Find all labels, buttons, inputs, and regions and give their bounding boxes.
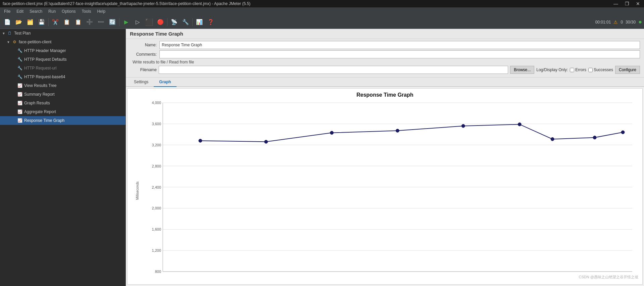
menu-help[interactable]: Help: [94, 8, 108, 14]
maximize-button[interactable]: ❐: [624, 1, 631, 6]
tab-settings[interactable]: Settings: [129, 78, 154, 87]
sidebar-item-http-base64[interactable]: 🔧 HTTP Request-base64: [0, 73, 126, 81]
comments-label: Comments:: [130, 52, 157, 57]
sidebar-item-http-header[interactable]: 🔧 HTTP Header Manager: [0, 46, 126, 55]
sidebar-label-graph-results: Graph Results: [24, 101, 123, 105]
watermark: CSDN @愚味之山绝望之谷开悟之坡: [579, 275, 638, 280]
svg-point-28: [621, 131, 625, 134]
svg-text:2,800: 2,800: [152, 164, 161, 168]
sidebar-label-aggregate: Aggregate Report: [24, 109, 123, 114]
errors-label: Errors: [575, 67, 586, 72]
listener-icon-3: 📈: [17, 100, 23, 106]
graph-svg: 4,0003,6003,2002,8002,4002,0001,6001,200…: [144, 99, 639, 282]
close-button[interactable]: ✕: [635, 1, 641, 6]
successes-checkbox[interactable]: [588, 68, 593, 72]
stop-button[interactable]: ⬛: [144, 17, 154, 28]
start-button[interactable]: ▶: [121, 17, 132, 28]
errors-checkbox[interactable]: [570, 68, 574, 72]
svg-point-26: [551, 137, 554, 141]
sidebar-label-http-defaults: HTTP Request Defaults: [24, 57, 123, 62]
svg-text:1,600: 1,600: [152, 227, 161, 231]
open-button[interactable]: 📂: [13, 17, 24, 28]
sidebar-item-summary-report[interactable]: 📈 Summary Report: [0, 90, 126, 99]
y-axis-label: Milliseconds: [136, 181, 139, 199]
graph-title: Response Time Graph: [128, 89, 642, 99]
sidebar-item-view-results-tree[interactable]: 📈 View Results Tree: [0, 81, 126, 90]
svg-point-20: [199, 139, 202, 142]
sidebar-label-view-results: View Results Tree: [24, 83, 123, 88]
sidebar-item-response-time-graph[interactable]: 📈 Response Time Graph: [0, 116, 126, 125]
sidebar-item-http-url[interactable]: 🔧 HTTP Request-url: [0, 64, 126, 73]
filename-input[interactable]: [159, 66, 508, 74]
sidebar-item-http-defaults[interactable]: 🔧 HTTP Request Defaults: [0, 55, 126, 64]
svg-point-21: [264, 140, 268, 143]
listener-icon-2: 📈: [17, 91, 23, 97]
comments-input[interactable]: [159, 50, 640, 58]
toolbar-status: 00:01:01 ⚠ 0 30/30 ●: [595, 18, 642, 26]
menu-tools[interactable]: Tools: [79, 8, 94, 14]
title-bar: face-petition-client.jmx (E:\quadtalent\…: [0, 0, 644, 7]
remote-start-button[interactable]: 📡: [169, 17, 180, 28]
main-layout: ▼ 🗒 Test Plan ▼ ⚙ face-petition-client 🔧…: [0, 29, 644, 286]
svg-text:2,400: 2,400: [152, 185, 161, 189]
cut-button[interactable]: ✂️: [50, 17, 61, 28]
svg-point-24: [461, 124, 465, 128]
menu-file[interactable]: File: [1, 8, 13, 14]
tabs-bar: Settings Graph: [126, 78, 644, 87]
arrow-face-petition: ▼: [7, 40, 11, 44]
minimize-button[interactable]: —: [612, 1, 620, 6]
recent-button[interactable]: 🗂️: [25, 17, 36, 28]
separator-4: [192, 18, 193, 26]
arrow-test-plan: ▼: [2, 32, 7, 35]
wrench-icon-2: 🔧: [17, 56, 23, 62]
svg-point-27: [593, 136, 596, 139]
separator-3: [167, 18, 167, 26]
comments-row: Comments:: [130, 50, 640, 58]
new-button[interactable]: 📄: [2, 17, 13, 28]
sidebar-item-test-plan[interactable]: ▼ 🗒 Test Plan: [0, 29, 126, 38]
sidebar-item-graph-results[interactable]: 📈 Graph Results: [0, 99, 126, 107]
status-indicator: ●: [638, 18, 642, 26]
config-icon: ⚙: [11, 39, 17, 45]
wrench-icon-3: 🔧: [17, 74, 23, 80]
graph-container: Response Time Graph Milliseconds 4,0003,…: [127, 88, 643, 285]
panel-title: Response Time Graph: [130, 31, 183, 37]
save-button[interactable]: 💾: [36, 17, 47, 28]
configure-button[interactable]: Configure: [615, 66, 640, 74]
svg-text:3,200: 3,200: [152, 143, 161, 147]
menu-bar: File Edit Search Run Options Tools Help: [0, 7, 644, 15]
reset-button[interactable]: 🔄: [107, 17, 118, 28]
expand-button[interactable]: ➕: [84, 17, 95, 28]
successes-checkbox-label[interactable]: Successes: [588, 67, 613, 72]
remote-stop-button[interactable]: 🔧: [180, 17, 191, 28]
collapse-button[interactable]: ➖: [96, 17, 106, 28]
toolbar: 📄 📂 🗂️ 💾 ✂️ 📋 📋 ➕ ➖ 🔄 ▶ ▷ ⬛ 🔴 📡 🔧 📊 ❓ 00…: [0, 15, 644, 29]
copy-button[interactable]: 📋: [61, 17, 72, 28]
shutdown-button[interactable]: 🔴: [155, 17, 166, 28]
menu-run[interactable]: Run: [46, 8, 58, 14]
name-label: Name:: [130, 43, 157, 47]
paste-button[interactable]: 📋: [73, 17, 84, 28]
menu-search[interactable]: Search: [27, 8, 45, 14]
help-button[interactable]: ❓: [205, 17, 216, 28]
sidebar-label-http-header: HTTP Header Manager: [24, 48, 123, 53]
svg-point-25: [518, 123, 521, 126]
menu-options[interactable]: Options: [59, 8, 78, 14]
sidebar-label-face-petition: face-petition-client: [19, 40, 123, 44]
templates-button[interactable]: 📊: [194, 17, 205, 28]
wrench-icon-1: 🔧: [17, 48, 23, 54]
warning-icon: ⚠: [613, 19, 618, 25]
name-input[interactable]: [159, 41, 640, 49]
browse-button[interactable]: Browse...: [510, 66, 534, 74]
start-no-pause-button[interactable]: ▷: [132, 17, 143, 28]
sidebar-item-face-petition[interactable]: ▼ ⚙ face-petition-client: [0, 38, 126, 46]
listener-icon-1: 📈: [17, 83, 23, 89]
name-row: Name:: [130, 41, 640, 49]
form-area: Name: Comments: Write results to file / …: [126, 39, 644, 78]
listener-icon-5: 📈: [17, 117, 23, 124]
menu-edit[interactable]: Edit: [14, 8, 26, 14]
tab-graph[interactable]: Graph: [154, 78, 176, 87]
sidebar-item-aggregate-report[interactable]: 📈 Aggregate Report: [0, 107, 126, 116]
errors-checkbox-label[interactable]: Errors: [570, 67, 586, 72]
filename-row: Filename Browse... Log/Display Only: Err…: [130, 66, 640, 74]
